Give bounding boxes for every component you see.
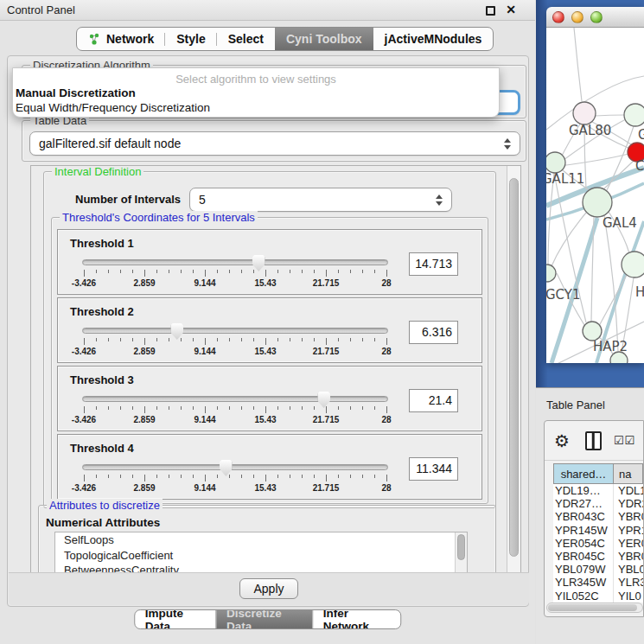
numerical-attributes-list[interactable]: SelfLoopsTopologicalCoefficientBetweenne…	[54, 532, 468, 575]
threshold-slider[interactable]: -3.4262.8599.14415.4321.71528	[82, 462, 388, 497]
node-gcy1[interactable]	[546, 265, 556, 282]
float-window-icon[interactable]	[486, 6, 495, 16]
node-gal11[interactable]	[546, 152, 565, 173]
table-hscrollbar-thumb[interactable]	[548, 604, 637, 611]
node-gal80[interactable]	[573, 102, 596, 124]
tick-mark	[181, 270, 182, 273]
cell-name[interactable]: YDR2	[614, 497, 643, 510]
threshold-value-field[interactable]: 21.4	[409, 389, 458, 412]
table-horizontal-scrollbar[interactable]	[546, 603, 643, 613]
threshold-slider[interactable]: -3.4262.8599.14415.4321.71528	[82, 258, 388, 292]
settings-scrollbar-thumb[interactable]	[509, 178, 519, 557]
checkbox-icons[interactable]: ☑☑	[614, 434, 635, 447]
threshold-value-field[interactable]: 14.713	[409, 252, 458, 276]
table-data-combobox[interactable]: galFiltered.sif default node	[29, 131, 520, 156]
cell-name[interactable]: YPR1	[614, 524, 643, 537]
cell-shared-name[interactable]: YIL052C	[553, 590, 614, 603]
threshold-value-field[interactable]: 11.344	[409, 457, 458, 481]
tick-mark	[181, 475, 182, 478]
settings-vertical-scrollbar[interactable]	[507, 166, 520, 574]
cyni-toolbox-panel: Discretization Algorithm Table Data galF…	[7, 55, 529, 607]
network-canvas[interactable]: GAL80 G C GAL11 GAL4 GCY1 H HAP2	[546, 28, 644, 363]
zoom-traffic-light-icon[interactable]	[590, 11, 603, 23]
cell-name[interactable]: YER0	[614, 537, 643, 550]
cell-name[interactable]: YIL0	[614, 590, 643, 603]
tab-network[interactable]: Network	[77, 28, 165, 50]
node-gal4[interactable]	[583, 188, 612, 217]
table-row[interactable]: YBL079WYBL0	[553, 563, 643, 576]
cell-shared-name[interactable]: YPR145W	[553, 524, 614, 537]
cell-shared-name[interactable]: YBL079W	[553, 563, 614, 576]
tab-discretize-data[interactable]: Discretize Data	[215, 610, 312, 628]
numerical-attribute-item[interactable]: SelfLoops	[55, 532, 467, 548]
tick-mark	[144, 406, 145, 413]
table-row[interactable]: YER054CYER0	[553, 537, 643, 550]
tick-label: 15.43	[254, 278, 276, 288]
threshold-value-field[interactable]: 6.316	[409, 321, 458, 344]
cell-name[interactable]: YBL0	[614, 563, 643, 576]
column-header-name[interactable]: na	[614, 463, 643, 484]
columns-icon[interactable]	[585, 431, 602, 450]
tab-select[interactable]: Select	[217, 28, 275, 50]
tick-mark	[290, 475, 290, 478]
table-row[interactable]: YIL052CYIL0	[553, 590, 643, 603]
cell-name[interactable]: YBR0	[614, 510, 643, 523]
cell-shared-name[interactable]: YLR345W	[553, 576, 614, 589]
node-hap2[interactable]	[583, 322, 602, 341]
apply-button[interactable]: Apply	[239, 578, 298, 599]
tab-cyni-toolbox[interactable]: Cyni Toolbox	[275, 28, 373, 50]
tick-mark	[350, 475, 351, 478]
node-partial-h[interactable]	[622, 252, 644, 277]
table-row[interactable]: YBR043CYBR0	[553, 510, 643, 523]
table-row[interactable]: YPR145WYPR1	[553, 524, 643, 537]
tick-label: 15.43	[254, 483, 276, 493]
slider-track[interactable]	[82, 328, 388, 334]
tick-mark	[253, 406, 254, 410]
close-traffic-light-icon[interactable]	[552, 11, 564, 23]
table-row[interactable]: YDL19…YDL1	[553, 484, 643, 497]
cell-shared-name[interactable]: YDR27…	[553, 497, 614, 510]
cell-shared-name[interactable]: YER054C	[553, 537, 614, 550]
threshold-panel: Threshold 4 -3.4262.8599.14415.4321.7152…	[57, 434, 482, 500]
control-panel-titlebar: Control Panel ✕	[0, 0, 535, 21]
cell-shared-name[interactable]: YBR045C	[553, 550, 614, 563]
algorithm-option-equal-width[interactable]: Equal Width/Frequency Discretization	[13, 100, 499, 115]
slider-ticks	[84, 338, 386, 346]
tab-jactivemnodules[interactable]: jActiveMNodules	[373, 28, 494, 50]
number-of-intervals-combobox[interactable]: 5	[189, 188, 452, 212]
node-partial-g[interactable]	[624, 104, 644, 126]
table-row[interactable]: YDR27…YDR2	[553, 497, 643, 510]
slider-track[interactable]	[82, 464, 388, 470]
attributes-scrollbar-thumb[interactable]	[457, 534, 465, 560]
minimize-traffic-light-icon[interactable]	[571, 11, 583, 23]
tab-impute-data-label: Impute Data	[145, 609, 205, 629]
numerical-attribute-item[interactable]: TopologicalCoefficient	[55, 548, 467, 564]
cell-name[interactable]: YLR3	[614, 576, 643, 589]
cell-name[interactable]: YDL1	[614, 484, 643, 497]
slider-track[interactable]	[82, 396, 388, 402]
threshold-slider[interactable]: -3.4262.8599.14415.4321.71528	[82, 326, 388, 360]
algorithm-option-manual[interactable]: Manual Discretization	[13, 86, 499, 100]
cell-name[interactable]: YBR0	[614, 550, 643, 563]
tick-mark	[241, 270, 242, 273]
tick-mark	[265, 270, 266, 277]
slider-track[interactable]	[82, 259, 388, 265]
tick-mark	[350, 270, 351, 273]
thresholds-list: Threshold 1 -3.4262.8599.14415.4321.7152…	[52, 229, 488, 502]
tab-style[interactable]: Style	[165, 28, 216, 50]
tick-mark	[326, 338, 327, 345]
close-icon[interactable]: ✕	[506, 3, 516, 16]
table-row[interactable]: YBR045CYBR0	[553, 550, 643, 563]
tick-mark	[302, 475, 303, 478]
tab-discretize-data-label: Discretize Data	[226, 609, 302, 629]
cell-shared-name[interactable]: YBR043C	[553, 510, 614, 523]
tab-impute-data[interactable]: Impute Data	[135, 610, 215, 628]
gear-icon[interactable]: ⚙	[554, 430, 570, 451]
threshold-slider[interactable]: -3.4262.8599.14415.4321.71528	[82, 394, 388, 429]
cell-shared-name[interactable]: YDL19…	[553, 484, 614, 497]
tab-infer-network[interactable]: Infer Network	[312, 610, 400, 628]
tick-mark	[120, 338, 121, 341]
table-row[interactable]: YLR345WYLR3	[553, 576, 643, 589]
column-header-shared-name[interactable]: shared…	[553, 463, 614, 484]
attributes-scrollbar[interactable]	[455, 532, 467, 575]
